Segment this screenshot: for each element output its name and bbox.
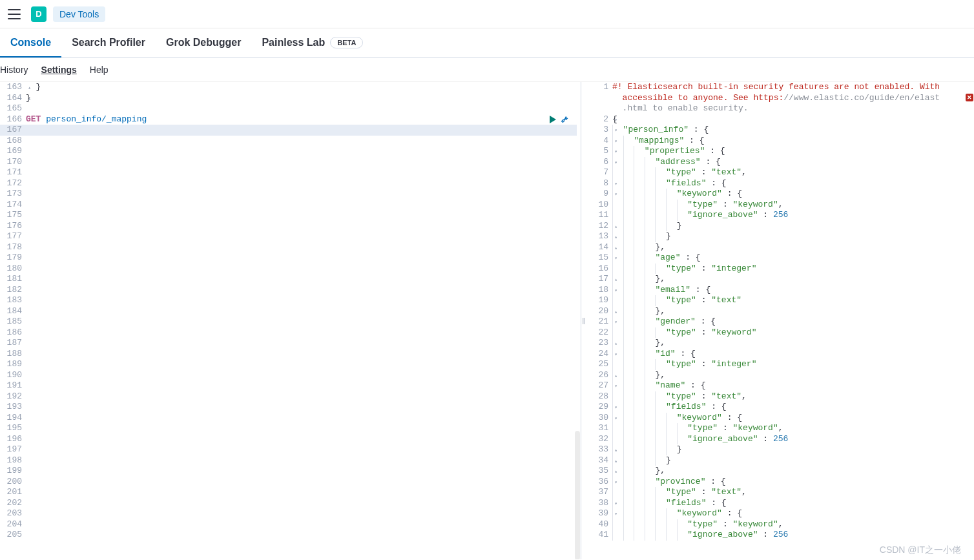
code-line[interactable]: 197	[0, 444, 577, 455]
code-line[interactable]: 181	[0, 274, 577, 285]
code-line[interactable]: 172	[0, 178, 577, 189]
code-line[interactable]: 179	[0, 253, 577, 264]
code-line[interactable]: 200	[0, 477, 577, 488]
code-line[interactable]: 173	[0, 189, 577, 200]
scrollbar-vertical[interactable]	[575, 431, 580, 559]
code-line[interactable]: 36▾ "province" : {	[586, 477, 974, 488]
code-line[interactable]: 1#! Elasticsearch built-in security feat…	[586, 82, 974, 93]
app-badge[interactable]: D	[31, 6, 47, 22]
request-editor[interactable]: 163▴ }164▴}165166GET person_info/_mappin…	[0, 82, 581, 559]
code-line[interactable]: 163▴ }	[0, 82, 577, 93]
code-line[interactable]: 7 "type" : "text",	[586, 167, 974, 178]
code-line[interactable]: 204	[0, 519, 577, 530]
code-line[interactable]: 17▴ },	[586, 274, 974, 285]
code-line[interactable]: 37 "type" : "text",	[586, 487, 974, 498]
code-line[interactable]: 178	[0, 242, 577, 253]
code-line[interactable]: 174	[0, 200, 577, 211]
code-line[interactable]: 198	[0, 455, 577, 466]
code-line[interactable]: 201	[0, 487, 577, 498]
code-line[interactable]: 21▾ "gender" : {	[586, 316, 974, 327]
code-line[interactable]: 180	[0, 264, 577, 275]
tab-painless-lab[interactable]: Painless Lab BETA	[251, 28, 373, 57]
code-line[interactable]: 176	[0, 221, 577, 232]
code-line[interactable]: 165	[0, 103, 577, 114]
code-line[interactable]: 25 "type" : "integer"	[586, 359, 974, 370]
code-line[interactable]: 182	[0, 285, 577, 296]
code-line[interactable]: 185	[0, 316, 577, 327]
code-line[interactable]: 41 "ignore_above" : 256	[586, 530, 974, 541]
code-line[interactable]: 10 "type" : "keyword",	[586, 200, 974, 211]
pane-resizer[interactable]: ||	[581, 82, 586, 559]
code-line[interactable]: 169	[0, 146, 577, 157]
code-line[interactable]: accessible to anyone. See https://www.el…	[586, 93, 974, 104]
code-line[interactable]: 24▾ "id" : {	[586, 349, 974, 360]
code-line[interactable]: 6▾ "address" : {	[586, 157, 974, 168]
code-line[interactable]: 177	[0, 231, 577, 242]
code-line[interactable]: 190	[0, 370, 577, 381]
code-line[interactable]: 193	[0, 402, 577, 413]
code-line[interactable]: 27▾ "name" : {	[586, 380, 974, 391]
code-line[interactable]: 29▾ "fields" : {	[586, 402, 974, 413]
code-line[interactable]: 191	[0, 380, 577, 391]
code-line[interactable]: 33▴ }	[586, 444, 974, 455]
code-line[interactable]: 164▴}	[0, 93, 577, 104]
code-line[interactable]: 20▴ },	[586, 306, 974, 317]
code-line[interactable]: 30▾ "keyword" : {	[586, 413, 974, 424]
code-line[interactable]: 9▾ "keyword" : {	[586, 189, 974, 200]
hamburger-menu-icon[interactable]	[8, 9, 21, 19]
code-line[interactable]: 189	[0, 359, 577, 370]
code-line[interactable]: 28 "type" : "text",	[586, 391, 974, 402]
breadcrumb[interactable]: Dev Tools	[53, 6, 105, 22]
subnav-settings[interactable]: Settings	[41, 65, 77, 75]
code-line[interactable]: 31 "type" : "keyword",	[586, 423, 974, 434]
code-line[interactable]: 168	[0, 136, 577, 147]
code-line[interactable]: 3▾ "person_info" : {	[586, 125, 974, 136]
code-line[interactable]: 203	[0, 508, 577, 519]
code-line[interactable]: 14▴ },	[586, 242, 974, 253]
tab-console[interactable]: Console	[0, 28, 61, 57]
tab-search-profiler[interactable]: Search Profiler	[61, 28, 156, 57]
code-line[interactable]: 26▴ },	[586, 370, 974, 381]
code-line[interactable]: 18▾ "email" : {	[586, 285, 974, 296]
tab-grok-debugger[interactable]: Grok Debugger	[156, 28, 251, 57]
code-line[interactable]: 188	[0, 349, 577, 360]
code-line[interactable]: 175	[0, 210, 577, 221]
code-line[interactable]: 170	[0, 157, 577, 168]
code-line[interactable]: 2▾{	[586, 114, 974, 125]
code-line[interactable]: 205	[0, 530, 577, 541]
code-line[interactable]: 34▴ }	[586, 455, 974, 466]
code-line[interactable]: 35▴ },	[586, 466, 974, 477]
code-line[interactable]: 192	[0, 391, 577, 402]
code-line[interactable]: 186	[0, 327, 577, 338]
code-line[interactable]: 202	[0, 498, 577, 509]
play-icon[interactable]	[550, 116, 556, 123]
code-line[interactable]: 166GET person_info/_mapping	[0, 114, 577, 125]
code-line[interactable]: 16 "type" : "integer"	[586, 264, 974, 275]
code-line[interactable]: 167	[0, 125, 577, 136]
code-line[interactable]: 22 "type" : "keyword"	[586, 327, 974, 338]
code-line[interactable]: 171	[0, 167, 577, 178]
code-line[interactable]: 199	[0, 466, 577, 477]
code-line[interactable]: 12▴ }	[586, 221, 974, 232]
code-line[interactable]: 32 "ignore_above" : 256	[586, 434, 974, 445]
code-line[interactable]: 183	[0, 295, 577, 306]
code-line[interactable]: 194	[0, 413, 577, 424]
code-line[interactable]: 11 "ignore_above" : 256	[586, 210, 974, 221]
response-editor[interactable]: ✕ 1#! Elasticsearch built-in security fe…	[586, 82, 974, 559]
code-line[interactable]: 4▾ "mappings" : {	[586, 136, 974, 147]
code-line[interactable]: 23▴ },	[586, 338, 974, 349]
code-line[interactable]: 40 "type" : "keyword",	[586, 519, 974, 530]
code-line[interactable]: 39▾ "keyword" : {	[586, 508, 974, 519]
wrench-icon[interactable]	[560, 115, 569, 124]
code-line[interactable]: 195	[0, 423, 577, 434]
code-line[interactable]: .html to enable security.	[586, 103, 974, 114]
subnav-help[interactable]: Help	[90, 65, 109, 75]
code-line[interactable]: 196	[0, 434, 577, 445]
code-line[interactable]: 13▴ }	[586, 231, 974, 242]
code-line[interactable]: 38▾ "fields" : {	[586, 498, 974, 509]
code-line[interactable]: 8▾ "fields" : {	[586, 178, 974, 189]
code-line[interactable]: 187	[0, 338, 577, 349]
code-line[interactable]: 19 "type" : "text"	[586, 295, 974, 306]
code-line[interactable]: 5▾ "properties" : {	[586, 146, 974, 157]
code-line[interactable]: 184	[0, 306, 577, 317]
